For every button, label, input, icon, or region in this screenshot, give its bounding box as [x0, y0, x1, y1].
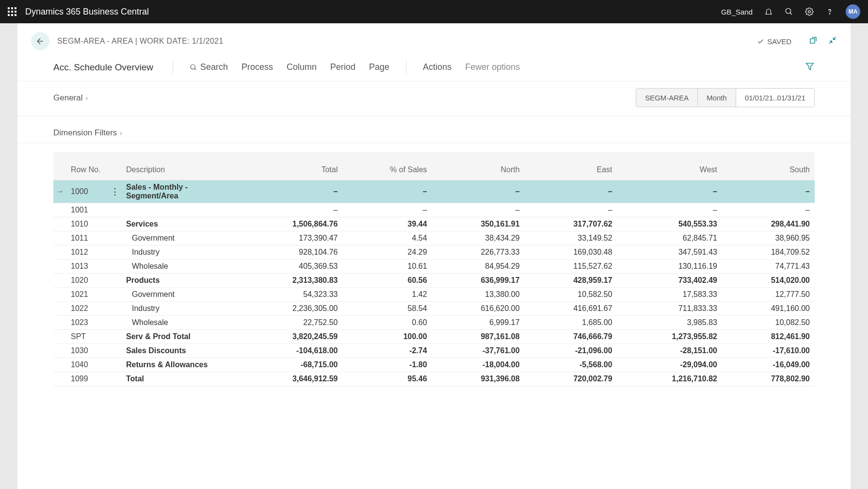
table-row[interactable]: 1010Services1,506,864.7639.44350,161.913…: [53, 217, 815, 231]
cell-value[interactable]: 1,685.00: [525, 316, 617, 330]
col-pct-sales[interactable]: % of Sales: [342, 152, 432, 180]
cell-description[interactable]: Wholesale: [121, 260, 238, 274]
cell-value[interactable]: 733,402.49: [617, 274, 722, 288]
cell-description[interactable]: Services: [121, 217, 238, 231]
cell-value[interactable]: 4.54: [342, 231, 432, 245]
cell-value[interactable]: -104,618.00: [238, 344, 342, 358]
cell-value[interactable]: –: [238, 180, 342, 203]
section-dimension-filters[interactable]: Dimension Filters ›: [53, 128, 122, 138]
cell-value[interactable]: 39.44: [342, 217, 432, 231]
notifications-icon[interactable]: [764, 7, 773, 16]
cell-rowno[interactable]: 1022: [53, 302, 121, 316]
col-north[interactable]: North: [432, 152, 525, 180]
cell-value[interactable]: –: [617, 180, 722, 203]
cell-value[interactable]: –: [432, 203, 525, 217]
cell-value[interactable]: 115,527.62: [525, 260, 617, 274]
pill-month[interactable]: Month: [698, 89, 736, 107]
cell-value[interactable]: –: [525, 203, 617, 217]
cell-value[interactable]: 3,985.83: [617, 316, 722, 330]
app-launcher-icon[interactable]: [8, 7, 16, 16]
cell-value[interactable]: 812,461.90: [722, 330, 815, 344]
cell-value[interactable]: 987,161.08: [432, 330, 525, 344]
table-row[interactable]: 1040Returns & Allowances-68,715.00-1.80-…: [53, 358, 815, 372]
pill-daterange[interactable]: 01/01/21..01/31/21: [736, 89, 814, 107]
pill-segm-area[interactable]: SEGM-AREA: [636, 89, 698, 107]
cell-value[interactable]: 405,369.53: [238, 260, 342, 274]
cell-value[interactable]: 350,161.91: [432, 217, 525, 231]
cell-rowno[interactable]: 1013: [53, 260, 121, 274]
cell-value[interactable]: 298,441.90: [722, 217, 815, 231]
action-search[interactable]: Search: [184, 60, 234, 74]
action-fewer-options[interactable]: Fewer options: [459, 60, 526, 74]
settings-icon[interactable]: [805, 7, 814, 16]
collapse-icon[interactable]: [828, 36, 837, 47]
cell-description[interactable]: Products: [121, 274, 238, 288]
cell-value[interactable]: 13,380.00: [432, 288, 525, 302]
table-row[interactable]: 1012Industry928,104.7624.29226,773.33169…: [53, 245, 815, 260]
cell-value[interactable]: 12,777.50: [722, 288, 815, 302]
cell-rowno[interactable]: SPT: [53, 330, 121, 344]
col-total[interactable]: Total: [238, 152, 342, 180]
cell-value[interactable]: 3,646,912.59: [238, 372, 342, 386]
cell-value[interactable]: 428,959.17: [525, 274, 617, 288]
cell-description[interactable]: Industry: [121, 245, 238, 260]
user-avatar[interactable]: MA: [846, 4, 860, 19]
cell-value[interactable]: 1,273,955.82: [617, 330, 722, 344]
cell-value[interactable]: 1,216,710.82: [617, 372, 722, 386]
cell-value[interactable]: 347,591.43: [617, 245, 722, 260]
table-row[interactable]: 1022Industry2,236,305.0058.54616,620.004…: [53, 302, 815, 316]
action-process[interactable]: Process: [236, 60, 279, 74]
section-general[interactable]: General ›: [53, 93, 88, 103]
cell-value[interactable]: 491,160.00: [722, 302, 815, 316]
table-row[interactable]: 1001––––––: [53, 203, 815, 217]
cell-value[interactable]: 416,691.67: [525, 302, 617, 316]
cell-value[interactable]: –: [722, 180, 815, 203]
help-icon[interactable]: [825, 7, 834, 16]
cell-value[interactable]: 1.42: [342, 288, 432, 302]
cell-value[interactable]: 616,620.00: [432, 302, 525, 316]
cell-value[interactable]: -29,094.00: [617, 358, 722, 372]
cell-value[interactable]: 95.46: [342, 372, 432, 386]
cell-description[interactable]: Sales Discounts: [121, 344, 238, 358]
cell-description[interactable]: Government: [121, 231, 238, 245]
cell-value[interactable]: 540,553.33: [617, 217, 722, 231]
cell-value[interactable]: -37,761.00: [432, 344, 525, 358]
cell-description[interactable]: Returns & Allowances: [121, 358, 238, 372]
environment-label[interactable]: GB_Sand: [721, 8, 753, 16]
table-row[interactable]: SPTServ & Prod Total3,820,245.59100.0098…: [53, 330, 815, 344]
cell-value[interactable]: 514,020.00: [722, 274, 815, 288]
cell-value[interactable]: -17,610.00: [722, 344, 815, 358]
cell-value[interactable]: 33,149.52: [525, 231, 617, 245]
cell-value[interactable]: 2,313,380.83: [238, 274, 342, 288]
cell-value[interactable]: –: [525, 180, 617, 203]
cell-value[interactable]: -28,151.00: [617, 344, 722, 358]
back-button[interactable]: [31, 32, 49, 50]
cell-value[interactable]: 720,002.79: [525, 372, 617, 386]
cell-value[interactable]: –: [342, 203, 432, 217]
action-page[interactable]: Page: [363, 60, 395, 74]
action-period[interactable]: Period: [324, 60, 361, 74]
open-separately-icon[interactable]: [809, 36, 818, 47]
cell-rowno[interactable]: 1010: [53, 217, 121, 231]
cell-description[interactable]: Total: [121, 372, 238, 386]
cell-value[interactable]: 711,833.33: [617, 302, 722, 316]
table-row[interactable]: →1000⋮Sales - Monthly - Segment/Area––––…: [53, 180, 815, 203]
cell-value[interactable]: 226,773.33: [432, 245, 525, 260]
cell-value[interactable]: 84,954.29: [432, 260, 525, 274]
cell-value[interactable]: 931,396.08: [432, 372, 525, 386]
table-row[interactable]: 1023Wholesale22,752.500.606,999.171,685.…: [53, 316, 815, 330]
col-description[interactable]: Description: [121, 152, 238, 180]
cell-value[interactable]: 1,506,864.76: [238, 217, 342, 231]
cell-value[interactable]: 10.61: [342, 260, 432, 274]
cell-value[interactable]: 3,820,245.59: [238, 330, 342, 344]
cell-value[interactable]: 169,030.48: [525, 245, 617, 260]
row-menu-icon[interactable]: ⋮: [111, 186, 118, 197]
cell-value[interactable]: 10,582.50: [525, 288, 617, 302]
table-row[interactable]: 1011Government173,390.474.5438,434.2933,…: [53, 231, 815, 245]
filter-pane-icon[interactable]: [805, 62, 815, 73]
cell-rowno[interactable]: 1030: [53, 344, 121, 358]
action-column[interactable]: Column: [281, 60, 322, 74]
cell-description[interactable]: Industry: [121, 302, 238, 316]
cell-rowno[interactable]: 1001: [53, 203, 121, 217]
cell-value[interactable]: 778,802.90: [722, 372, 815, 386]
